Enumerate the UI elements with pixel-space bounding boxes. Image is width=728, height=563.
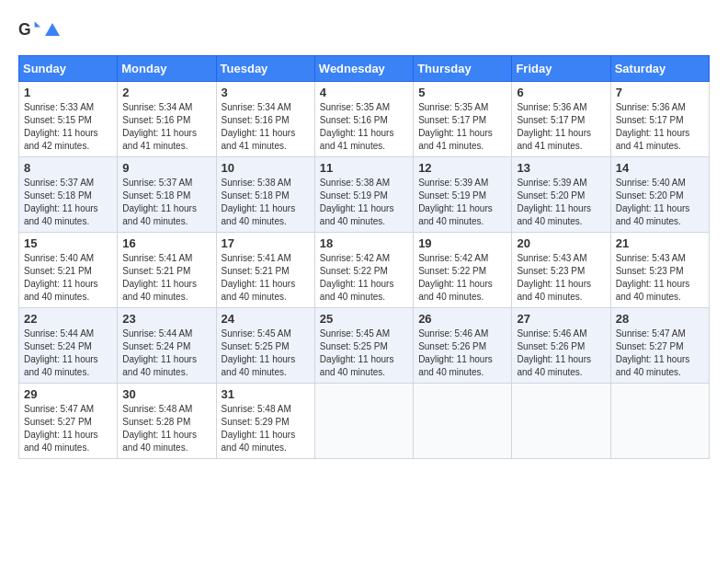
calendar-cell: 19Sunrise: 5:42 AMSunset: 5:22 PMDayligh… [414,233,512,308]
calendar-cell: 26Sunrise: 5:46 AMSunset: 5:26 PMDayligh… [414,308,512,384]
cell-info: Sunrise: 5:48 AMSunset: 5:29 PMDaylight:… [222,403,310,454]
calendar-cell: 8Sunrise: 5:37 AMSunset: 5:18 PMDaylight… [19,157,118,233]
calendar-week-2: 8Sunrise: 5:37 AMSunset: 5:18 PMDaylight… [19,157,710,233]
cell-info: Sunrise: 5:39 AMSunset: 5:19 PMDaylight:… [418,177,506,228]
calendar-week-1: 1Sunrise: 5:33 AMSunset: 5:15 PMDaylight… [19,82,710,157]
calendar-cell: 25Sunrise: 5:45 AMSunset: 5:25 PMDayligh… [314,308,413,384]
cell-info: Sunrise: 5:40 AMSunset: 5:21 PMDaylight:… [24,252,112,304]
calendar-week-5: 29Sunrise: 5:47 AMSunset: 5:27 PMDayligh… [19,384,710,459]
day-number: 4 [320,86,408,99]
day-number: 22 [24,312,112,326]
cell-info: Sunrise: 5:41 AMSunset: 5:21 PMDaylight:… [122,252,210,304]
cell-info: Sunrise: 5:35 AMSunset: 5:16 PMDaylight:… [320,101,408,153]
calendar-cell: 21Sunrise: 5:43 AMSunset: 5:23 PMDayligh… [610,233,709,308]
day-header-sunday: Sunday [19,56,118,82]
logo-arrow-icon [45,23,60,36]
calendar-cell: 2Sunrise: 5:34 AMSunset: 5:16 PMDaylight… [118,82,216,157]
calendar-cell: 3Sunrise: 5:34 AMSunset: 5:16 PMDaylight… [216,82,314,157]
day-number: 9 [122,161,210,175]
cell-info: Sunrise: 5:47 AMSunset: 5:27 PMDaylight:… [24,403,112,454]
calendar-cell: 10Sunrise: 5:38 AMSunset: 5:18 PMDayligh… [216,157,314,233]
calendar-cell: 23Sunrise: 5:44 AMSunset: 5:24 PMDayligh… [118,308,216,384]
day-header-tuesday: Tuesday [216,56,314,82]
day-number: 11 [320,161,408,175]
cell-info: Sunrise: 5:38 AMSunset: 5:19 PMDaylight:… [320,177,408,228]
calendar-cell: 12Sunrise: 5:39 AMSunset: 5:19 PMDayligh… [414,157,512,233]
cell-info: Sunrise: 5:48 AMSunset: 5:28 PMDaylight:… [122,403,210,454]
cell-info: Sunrise: 5:44 AMSunset: 5:24 PMDaylight:… [24,327,112,379]
calendar-cell: 5Sunrise: 5:35 AMSunset: 5:17 PMDaylight… [414,82,512,157]
day-number: 5 [418,86,506,99]
calendar-cell: 20Sunrise: 5:43 AMSunset: 5:23 PMDayligh… [512,233,610,308]
svg-marker-1 [35,21,40,27]
cell-info: Sunrise: 5:46 AMSunset: 5:26 PMDaylight:… [517,327,605,379]
day-number: 6 [517,86,605,99]
day-number: 30 [122,387,210,401]
cell-info: Sunrise: 5:47 AMSunset: 5:27 PMDaylight:… [616,327,704,379]
calendar-cell: 15Sunrise: 5:40 AMSunset: 5:21 PMDayligh… [19,233,118,308]
day-header-friday: Friday [512,56,610,82]
day-number: 28 [616,312,704,326]
day-number: 13 [517,161,605,175]
day-number: 3 [222,86,310,99]
calendar-cell: 11Sunrise: 5:38 AMSunset: 5:19 PMDayligh… [314,157,413,233]
day-header-thursday: Thursday [414,56,512,82]
cell-info: Sunrise: 5:34 AMSunset: 5:16 PMDaylight:… [122,101,210,153]
calendar-cell: 27Sunrise: 5:46 AMSunset: 5:26 PMDayligh… [512,308,610,384]
calendar-table: SundayMondayTuesdayWednesdayThursdayFrid… [18,55,710,459]
day-number: 10 [222,161,310,175]
cell-info: Sunrise: 5:41 AMSunset: 5:21 PMDaylight:… [222,252,310,304]
cell-info: Sunrise: 5:38 AMSunset: 5:18 PMDaylight:… [222,177,310,228]
calendar-cell: 6Sunrise: 5:36 AMSunset: 5:17 PMDaylight… [512,82,610,157]
day-header-saturday: Saturday [610,56,709,82]
svg-text:G: G [18,20,31,39]
day-header-monday: Monday [118,56,216,82]
day-number: 2 [122,86,210,99]
cell-info: Sunrise: 5:42 AMSunset: 5:22 PMDaylight:… [418,252,506,304]
page-header: G [18,18,710,40]
calendar-cell: 14Sunrise: 5:40 AMSunset: 5:20 PMDayligh… [610,157,709,233]
day-number: 20 [517,236,605,250]
calendar-cell: 16Sunrise: 5:41 AMSunset: 5:21 PMDayligh… [118,233,216,308]
calendar-cell: 17Sunrise: 5:41 AMSunset: 5:21 PMDayligh… [216,233,314,308]
cell-info: Sunrise: 5:43 AMSunset: 5:23 PMDaylight:… [517,252,605,304]
day-number: 14 [616,161,704,175]
cell-info: Sunrise: 5:34 AMSunset: 5:16 PMDaylight:… [222,101,310,153]
day-number: 17 [222,236,310,250]
calendar-cell: 1Sunrise: 5:33 AMSunset: 5:15 PMDaylight… [19,82,118,157]
calendar-cell [610,384,709,459]
calendar-cell: 9Sunrise: 5:37 AMSunset: 5:18 PMDaylight… [118,157,216,233]
cell-info: Sunrise: 5:36 AMSunset: 5:17 PMDaylight:… [616,101,704,153]
day-number: 18 [320,236,408,250]
calendar-cell [414,384,512,459]
logo: G [18,18,61,40]
cell-info: Sunrise: 5:33 AMSunset: 5:15 PMDaylight:… [24,101,112,153]
calendar-cell: 18Sunrise: 5:42 AMSunset: 5:22 PMDayligh… [314,233,413,308]
day-number: 21 [616,236,704,250]
day-number: 24 [222,312,310,326]
calendar-cell: 4Sunrise: 5:35 AMSunset: 5:16 PMDaylight… [314,82,413,157]
cell-info: Sunrise: 5:42 AMSunset: 5:22 PMDaylight:… [320,252,408,304]
calendar-cell: 28Sunrise: 5:47 AMSunset: 5:27 PMDayligh… [610,308,709,384]
calendar-cell: 31Sunrise: 5:48 AMSunset: 5:29 PMDayligh… [216,384,314,459]
day-number: 8 [24,161,112,175]
cell-info: Sunrise: 5:37 AMSunset: 5:18 PMDaylight:… [24,177,112,228]
cell-info: Sunrise: 5:35 AMSunset: 5:17 PMDaylight:… [418,101,506,153]
calendar-cell: 30Sunrise: 5:48 AMSunset: 5:28 PMDayligh… [118,384,216,459]
day-number: 12 [418,161,506,175]
calendar-cell: 7Sunrise: 5:36 AMSunset: 5:17 PMDaylight… [610,82,709,157]
day-number: 15 [24,236,112,250]
cell-info: Sunrise: 5:46 AMSunset: 5:26 PMDaylight:… [418,327,506,379]
day-number: 29 [24,387,112,401]
header-row: SundayMondayTuesdayWednesdayThursdayFrid… [19,56,710,82]
calendar-cell [314,384,413,459]
calendar-cell: 24Sunrise: 5:45 AMSunset: 5:25 PMDayligh… [216,308,314,384]
cell-info: Sunrise: 5:40 AMSunset: 5:20 PMDaylight:… [616,177,704,228]
day-header-wednesday: Wednesday [314,56,413,82]
logo-icon: G [18,18,40,40]
cell-info: Sunrise: 5:45 AMSunset: 5:25 PMDaylight:… [320,327,408,379]
day-number: 1 [24,86,112,99]
cell-info: Sunrise: 5:39 AMSunset: 5:20 PMDaylight:… [517,177,605,228]
day-number: 23 [122,312,210,326]
calendar-cell: 13Sunrise: 5:39 AMSunset: 5:20 PMDayligh… [512,157,610,233]
